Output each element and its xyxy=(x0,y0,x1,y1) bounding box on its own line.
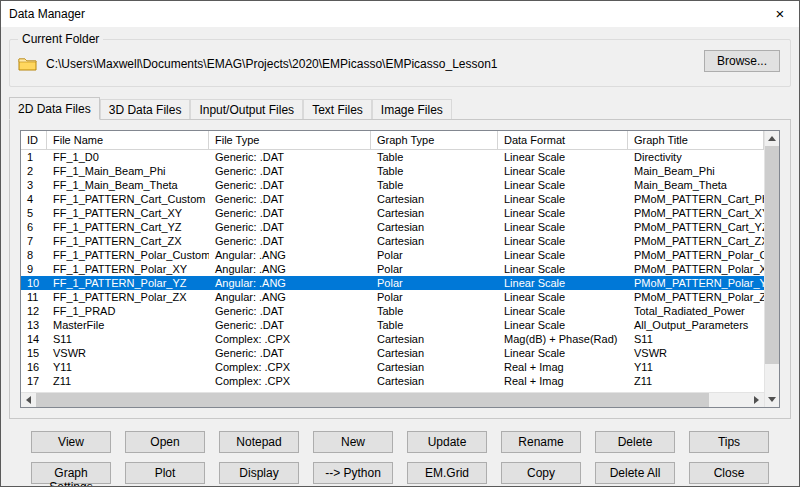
column-header-graph-title[interactable]: Graph Title xyxy=(628,131,764,149)
view-button[interactable]: View xyxy=(31,431,111,453)
copy-button[interactable]: Copy xyxy=(501,462,581,484)
window-title: Data Manager xyxy=(9,7,85,21)
column-header-data-format[interactable]: Data Format xyxy=(498,131,628,149)
scroll-left-arrow-icon[interactable] xyxy=(21,393,36,407)
table-cell: VSWR xyxy=(628,346,764,360)
display-button[interactable]: Display xyxy=(219,462,299,484)
table-row[interactable]: 14S11Complex: .CPXCartesianMag(dB) + Pha… xyxy=(21,332,764,346)
table-cell: Cartesian xyxy=(371,234,498,248)
browse-button[interactable]: Browse... xyxy=(704,50,780,72)
table-cell: Linear Scale xyxy=(498,178,628,192)
current-folder-path: C:\Users\Maxwell\Documents\EMAG\Projects… xyxy=(46,57,782,71)
table-cell: 5 xyxy=(21,206,47,220)
table-row[interactable]: 1FF_1_D0Generic: .DATTableLinear ScaleDi… xyxy=(21,150,764,164)
table-cell: Linear Scale xyxy=(498,318,628,332)
table-row[interactable]: 2FF_1_Main_Beam_PhiGeneric: .DATTableLin… xyxy=(21,164,764,178)
table-cell: FF_1_PATTERN_Polar_YZ xyxy=(47,276,209,290)
table-cell: PMoM_PATTERN_Polar_ZX xyxy=(628,290,764,304)
table-cell: Polar xyxy=(371,248,498,262)
table-row[interactable]: 12FF_1_PRADGeneric: .DATTableLinear Scal… xyxy=(21,304,764,318)
table-cell: Complex: .CPX xyxy=(209,374,371,388)
graph-settings-button[interactable]: Graph Settings xyxy=(31,462,111,484)
table-row[interactable]: 13MasterFileGeneric: .DATTableLinear Sca… xyxy=(21,318,764,332)
table-cell: Cartesian xyxy=(371,360,498,374)
table-cell: Y11 xyxy=(47,360,209,374)
column-header-id[interactable]: ID xyxy=(21,131,47,149)
title-bar: Data Manager × xyxy=(1,1,799,27)
column-header-graph-type[interactable]: Graph Type xyxy=(371,131,498,149)
table-cell: Table xyxy=(371,304,498,318)
table-row[interactable]: 7FF_1_PATTERN_Cart_ZXGeneric: .DATCartes… xyxy=(21,234,764,248)
table-cell: 6 xyxy=(21,220,47,234)
button-area: View Open Notepad New Update Rename Dele… xyxy=(31,431,769,484)
update-button[interactable]: Update xyxy=(407,431,487,453)
table-cell: Table xyxy=(371,178,498,192)
tab-text-files[interactable]: Text Files xyxy=(303,99,372,119)
table-row[interactable]: 5FF_1_PATTERN_Cart_XYGeneric: .DATCartes… xyxy=(21,206,764,220)
file-table: ID File Name File Type Graph Type Data F… xyxy=(20,130,780,408)
vertical-scrollbar-thumb[interactable] xyxy=(765,146,779,364)
table-cell: Total_Radiated_Power xyxy=(628,304,764,318)
delete-all-button[interactable]: Delete All xyxy=(595,462,675,484)
table-cell: Real + Imag xyxy=(498,360,628,374)
folder-icon xyxy=(18,56,38,72)
plot-button[interactable]: Plot xyxy=(125,462,205,484)
em-grid-button[interactable]: EM.Grid xyxy=(407,462,487,484)
table-row[interactable]: 6FF_1_PATTERN_Cart_YZGeneric: .DATCartes… xyxy=(21,220,764,234)
table-row[interactable]: 15VSWRGeneric: .DATCartesianLinear Scale… xyxy=(21,346,764,360)
tab-image-files[interactable]: Image Files xyxy=(372,99,452,119)
table-cell: PMoM_PATTERN_Cart_XY xyxy=(628,206,764,220)
horizontal-scrollbar-thumb[interactable] xyxy=(36,393,709,407)
python-button[interactable]: --> Python xyxy=(313,462,393,484)
table-row[interactable]: 17Z11Complex: .CPXCartesianReal + ImagZ1… xyxy=(21,374,764,388)
table-cell: Angular: .ANG xyxy=(209,290,371,304)
table-cell: Polar xyxy=(371,276,498,290)
table-cell: 12 xyxy=(21,304,47,318)
table-cell: Complex: .CPX xyxy=(209,332,371,346)
current-folder-group: Current Folder C:\Users\Maxwell\Document… xyxy=(9,39,791,87)
table-row[interactable]: 4FF_1_PATTERN_Cart_CustomGeneric: .DATCa… xyxy=(21,192,764,206)
delete-button[interactable]: Delete xyxy=(595,431,675,453)
tab-2d-data-files[interactable]: 2D Data Files xyxy=(9,97,100,120)
column-header-file-name[interactable]: File Name xyxy=(47,131,209,149)
table-row[interactable]: 10FF_1_PATTERN_Polar_YZAngular: .ANGPola… xyxy=(21,276,764,290)
tips-button[interactable]: Tips xyxy=(689,431,769,453)
table-cell: Table xyxy=(371,318,498,332)
table-cell: Generic: .DAT xyxy=(209,206,371,220)
table-cell: Linear Scale xyxy=(498,192,628,206)
table-cell: Polar xyxy=(371,290,498,304)
tab-3d-data-files[interactable]: 3D Data Files xyxy=(100,99,191,119)
tab-input-output-files[interactable]: Input/Output Files xyxy=(190,99,303,119)
table-cell: Cartesian xyxy=(371,332,498,346)
button-row-2: Graph Settings Plot Display --> Python E… xyxy=(31,462,769,484)
scroll-right-arrow-icon[interactable] xyxy=(749,393,764,407)
close-button[interactable]: × xyxy=(763,2,797,26)
table-cell: Linear Scale xyxy=(498,262,628,276)
table-cell: Linear Scale xyxy=(498,220,628,234)
table-cell: MasterFile xyxy=(47,318,209,332)
table-row[interactable]: 16Y11Complex: .CPXCartesianReal + ImagY1… xyxy=(21,360,764,374)
scroll-down-arrow-icon[interactable] xyxy=(765,392,779,407)
table-row[interactable]: 11FF_1_PATTERN_Polar_ZXAngular: .ANGPola… xyxy=(21,290,764,304)
table-row[interactable]: 9FF_1_PATTERN_Polar_XYAngular: .ANGPolar… xyxy=(21,262,764,276)
table-row[interactable]: 8FF_1_PATTERN_Polar_CustomAngular: .ANGP… xyxy=(21,248,764,262)
current-folder-label: Current Folder xyxy=(18,32,103,46)
column-header-file-type[interactable]: File Type xyxy=(209,131,371,149)
table-cell: FF_1_PATTERN_Polar_Custom xyxy=(47,248,209,262)
scroll-up-arrow-icon[interactable] xyxy=(765,131,779,146)
open-button[interactable]: Open xyxy=(125,431,205,453)
table-cell: FF_1_PATTERN_Polar_ZX xyxy=(47,290,209,304)
table-row[interactable]: 3FF_1_Main_Beam_ThetaGeneric: .DATTableL… xyxy=(21,178,764,192)
table-cell: Main_Beam_Phi xyxy=(628,164,764,178)
rename-button[interactable]: Rename xyxy=(501,431,581,453)
notepad-button[interactable]: Notepad xyxy=(219,431,299,453)
table-cell: FF_1_Main_Beam_Theta xyxy=(47,178,209,192)
table-cell: Linear Scale xyxy=(498,164,628,178)
horizontal-scrollbar[interactable] xyxy=(21,392,764,407)
close-dialog-button[interactable]: Close xyxy=(689,462,769,484)
table-cell: Generic: .DAT xyxy=(209,164,371,178)
vertical-scrollbar[interactable] xyxy=(764,131,779,407)
new-button[interactable]: New xyxy=(313,431,393,453)
table-cell: Generic: .DAT xyxy=(209,192,371,206)
table-cell: Generic: .DAT xyxy=(209,234,371,248)
